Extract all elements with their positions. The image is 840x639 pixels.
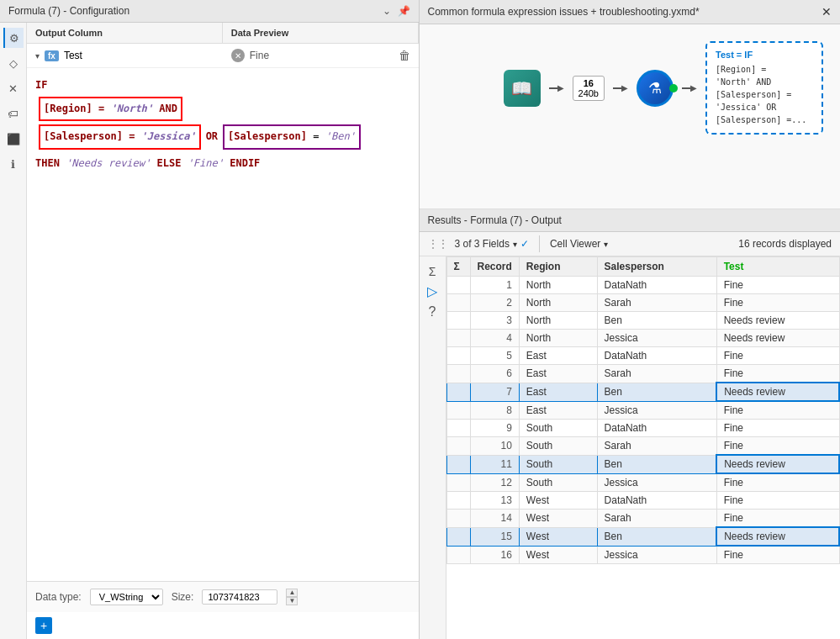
- table-row[interactable]: 16WestJessicaFine: [446, 546, 839, 564]
- formula-line4: 'Jessica' OR: [716, 101, 813, 114]
- fields-label: 3 of 3 Fields: [455, 238, 510, 250]
- region-column-header[interactable]: Region: [519, 257, 597, 277]
- formula-node-icon[interactable]: ⚗: [637, 70, 674, 107]
- diamond-icon[interactable]: ◇: [3, 53, 24, 73]
- output-column-value[interactable]: Test: [64, 50, 82, 61]
- spinner-down[interactable]: ▼: [286, 597, 298, 605]
- cube-icon[interactable]: ⬛: [3, 129, 24, 149]
- book-icon[interactable]: 📖: [504, 70, 541, 107]
- sum-icon[interactable]: Σ: [429, 265, 436, 278]
- formula-ben-condition: [Salesperson] = 'Ben': [223, 124, 361, 150]
- settings-icon[interactable]: ⚙: [3, 28, 24, 48]
- salesperson-column-header[interactable]: Salesperson: [597, 257, 716, 277]
- eq3: =: [307, 130, 325, 142]
- record-cell: 13: [470, 492, 519, 510]
- connector-3: ▶: [682, 83, 697, 92]
- table-row[interactable]: 9SouthDataNathFine: [446, 420, 839, 437]
- record-cell: 9: [470, 420, 519, 437]
- clear-button[interactable]: ✕: [231, 49, 245, 62]
- test-cell: Fine: [716, 420, 839, 437]
- table-row[interactable]: 15WestBenNeeds review: [446, 527, 839, 546]
- sum-cell: [446, 312, 470, 330]
- record-cell: 14: [470, 510, 519, 528]
- table-row[interactable]: 14WestSarahFine: [446, 510, 839, 528]
- records-count: 16 records displayed: [738, 238, 832, 250]
- results-body: Σ ▷ ? Σ Record Region Salesperson Test 1…: [420, 256, 840, 639]
- tag-icon[interactable]: 🏷: [3, 103, 24, 124]
- salesperson-cell: Jessica: [597, 473, 716, 492]
- region-cell: South: [519, 455, 597, 473]
- table-row[interactable]: 6EastSarahFine: [446, 365, 839, 383]
- record-cell: 7: [470, 383, 519, 401]
- table-row[interactable]: 13WestDataNathFine: [446, 492, 839, 510]
- size-spinner[interactable]: ▲ ▼: [286, 589, 298, 605]
- record-cell: 15: [470, 527, 519, 546]
- size-input[interactable]: [202, 589, 277, 605]
- pin-icon[interactable]: 📌: [398, 5, 410, 17]
- arrow-right-icon[interactable]: ▷: [427, 283, 437, 299]
- formula-description-box[interactable]: Test = IF [Region] = 'North' AND [Salesp…: [705, 41, 823, 135]
- test-cell: Needs review: [716, 330, 839, 347]
- table-row[interactable]: 12SouthJessicaFine: [446, 473, 839, 492]
- region-cell: West: [519, 546, 597, 564]
- region-cell: East: [519, 365, 597, 383]
- connector-2: ▶: [613, 83, 628, 92]
- test-cell: Needs review: [716, 312, 839, 330]
- table-row[interactable]: 2NorthSarahFine: [446, 294, 839, 312]
- record-cell: 2: [470, 294, 519, 312]
- test-cell: Fine: [716, 546, 839, 564]
- info-icon[interactable]: ℹ: [3, 154, 24, 174]
- sum-cell: [446, 347, 470, 365]
- sum-cell: [446, 473, 470, 492]
- add-field-button[interactable]: +: [35, 617, 52, 634]
- table-row[interactable]: 11SouthBenNeeds review: [446, 455, 839, 473]
- output-column-header: Output Column: [27, 23, 223, 43]
- dropdown-icon[interactable]: ▾: [35, 51, 40, 61]
- table-row[interactable]: 10SouthSarahFine: [446, 437, 839, 456]
- sum-cell: [446, 330, 470, 347]
- datatype-select[interactable]: V_WString: [90, 589, 163, 605]
- table-row[interactable]: 7EastBenNeeds review: [446, 383, 839, 401]
- test-column-header[interactable]: Test: [716, 257, 839, 277]
- formula-row-name: ▾ fx Test: [27, 45, 223, 66]
- fields-filter-button[interactable]: 3 of 3 Fields ▾ ✓: [455, 238, 529, 250]
- table-row[interactable]: 4NorthJessicaNeeds review: [446, 330, 839, 347]
- connector-1: ▶: [549, 83, 564, 92]
- region-cell: West: [519, 510, 597, 528]
- sum-cell: [446, 401, 470, 420]
- sum-cell: [446, 277, 470, 294]
- table-row[interactable]: 8EastJessicaFine: [446, 401, 839, 420]
- x-circle-icon[interactable]: ✕: [3, 78, 24, 98]
- record-column-header[interactable]: Record: [470, 257, 519, 277]
- formula-row-value: ✕ Fine 🗑: [223, 44, 419, 67]
- formula-jessica-condition: [Salesperson] = 'Jessica': [39, 124, 201, 150]
- chevron-down-icon[interactable]: ⌄: [383, 5, 391, 17]
- salesperson-cell: Sarah: [597, 365, 716, 383]
- table-row[interactable]: 3NorthBenNeeds review: [446, 312, 839, 330]
- test-cell: Needs review: [716, 383, 839, 401]
- record-cell: 6: [470, 365, 519, 383]
- sum-column-header: Σ: [446, 257, 470, 277]
- or-keyword: OR: [206, 128, 218, 146]
- trash-icon[interactable]: 🗑: [399, 49, 410, 62]
- test-cell: Fine: [716, 365, 839, 383]
- left-panel: Formula (7) - Configuration ⌄ 📌 ⚙ ◇ ✕ 🏷 …: [0, 0, 420, 639]
- salesperson-field-2: [Salesperson]: [228, 130, 307, 142]
- region-cell: North: [519, 277, 597, 294]
- right-panel: Common formula expression issues + troub…: [420, 0, 840, 639]
- jessica-value: 'Jessica': [141, 130, 196, 142]
- table-header-row: Σ Record Region Salesperson Test: [446, 257, 839, 277]
- cell-viewer-dropdown-icon: ▾: [604, 240, 608, 249]
- region-cell: South: [519, 420, 597, 437]
- table-row[interactable]: 5EastDataNathFine: [446, 347, 839, 365]
- table-row[interactable]: 1NorthDataNathFine: [446, 277, 839, 294]
- salesperson-cell: Jessica: [597, 546, 716, 564]
- formula-editor[interactable]: IF [Region] = 'North' AND [Salesperson] …: [27, 68, 419, 581]
- question-icon[interactable]: ?: [429, 304, 436, 320]
- stats-records: 16: [578, 78, 599, 88]
- cell-viewer-button[interactable]: Cell Viewer ▾: [550, 238, 608, 250]
- spinner-up[interactable]: ▲: [286, 589, 298, 597]
- close-icon[interactable]: ✕: [822, 5, 832, 18]
- record-cell: 1: [470, 277, 519, 294]
- sum-cell: [446, 510, 470, 528]
